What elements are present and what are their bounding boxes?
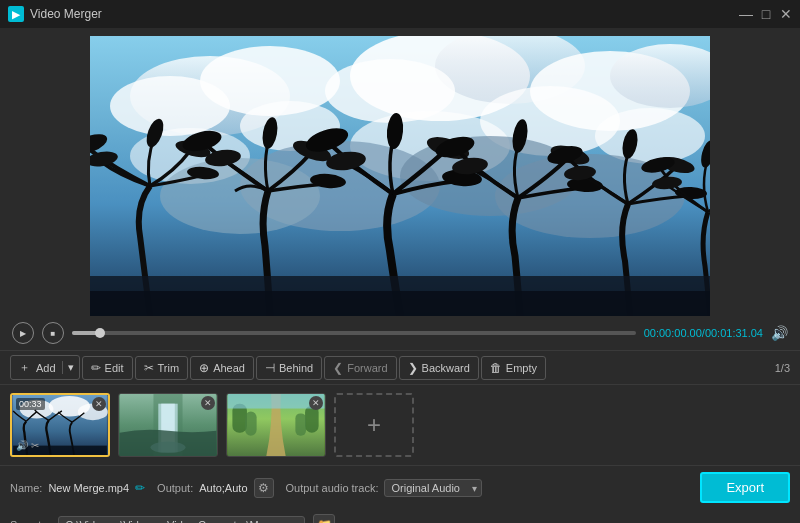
audio-section: Output audio track: Original Audio — [286, 479, 483, 497]
close-button[interactable]: ✕ — [780, 8, 792, 20]
video-frame — [90, 36, 710, 316]
progress-thumb[interactable] — [95, 328, 105, 338]
clip-audio-icon: 🔊 — [16, 440, 28, 451]
save-label: Save to: — [10, 519, 50, 523]
edit-label: Edit — [105, 362, 124, 374]
output-value: Auto;Auto — [199, 482, 247, 494]
stop-button[interactable]: ■ — [42, 322, 64, 344]
current-time: 00:00:00.00 — [644, 327, 702, 339]
clip-item-3[interactable]: ✕ — [226, 393, 326, 457]
svg-rect-62 — [295, 413, 306, 435]
playback-bar: ▶ ■ 00:00:00.00/00:01:31.04 🔊 — [0, 316, 800, 350]
audio-select[interactable]: Original Audio — [384, 479, 482, 497]
behind-button[interactable]: ⊣ Behind — [256, 356, 322, 380]
behind-label: Behind — [279, 362, 313, 374]
svg-point-3 — [110, 76, 230, 136]
save-path-select[interactable]: C:\Vidmore\Vidmore Video Converter\Merge… — [58, 516, 305, 523]
trash-icon: 🗑 — [490, 361, 502, 375]
edit-button[interactable]: ✏ Edit — [82, 356, 133, 380]
play-button[interactable]: ▶ — [12, 322, 34, 344]
page-indicator: 1/3 — [775, 362, 790, 374]
forward-label: Forward — [347, 362, 387, 374]
svg-rect-47 — [90, 291, 710, 316]
audio-select-wrapper: Original Audio — [384, 479, 482, 497]
backward-icon: ❯ — [408, 361, 418, 375]
add-clip-button[interactable]: + — [334, 393, 414, 457]
add-dropdown-arrow[interactable]: ▾ — [62, 361, 79, 374]
total-time: 00:01:31.04 — [705, 327, 763, 339]
trim-icon: ✂ — [144, 361, 154, 375]
add-button[interactable]: ＋ Add ▾ — [10, 355, 80, 380]
output-section: Output: Auto;Auto ⚙ — [157, 478, 273, 498]
add-button-label: Add — [32, 362, 60, 374]
empty-label: Empty — [506, 362, 537, 374]
add-icon: ＋ — [19, 360, 30, 375]
forward-button[interactable]: ❮ Forward — [324, 356, 396, 380]
empty-button[interactable]: 🗑 Empty — [481, 356, 546, 380]
clip-duration-1: 00:33 — [16, 398, 45, 410]
name-edit-button[interactable]: ✏ — [135, 481, 145, 495]
minimize-button[interactable]: — — [740, 8, 752, 20]
trim-button[interactable]: ✂ Trim — [135, 356, 189, 380]
app-title: Video Merger — [30, 7, 102, 21]
output-settings-button[interactable]: ⚙ — [254, 478, 274, 498]
toolbar: ＋ Add ▾ ✏ Edit ✂ Trim ⊕ Ahead ⊣ Behind ❮… — [0, 350, 800, 385]
page-total: 3 — [784, 362, 790, 374]
clip-close-3[interactable]: ✕ — [309, 396, 323, 410]
clip-close-2[interactable]: ✕ — [201, 396, 215, 410]
ahead-icon: ⊕ — [199, 361, 209, 375]
progress-bar[interactable] — [72, 331, 636, 335]
ahead-label: Ahead — [213, 362, 245, 374]
timeline: 00:33 ✕ 🔊 ✂ — [0, 385, 800, 465]
export-button[interactable]: Export — [700, 472, 790, 503]
browse-folder-button[interactable]: 📁 — [313, 514, 335, 523]
save-path-wrapper: C:\Vidmore\Vidmore Video Converter\Merge… — [58, 516, 305, 523]
video-preview — [90, 36, 710, 316]
clip-item-2[interactable]: ✕ — [118, 393, 218, 457]
clip-cut-icon: ✂ — [31, 440, 39, 451]
video-svg — [90, 36, 710, 316]
volume-button[interactable]: 🔊 — [771, 325, 788, 341]
forward-icon: ❮ — [333, 361, 343, 375]
time-display: 00:00:00.00/00:01:31.04 — [644, 327, 763, 339]
title-bar-controls[interactable]: — □ ✕ — [740, 8, 792, 20]
backward-label: Backward — [422, 362, 470, 374]
clip-icons-1: 🔊 ✂ — [16, 440, 39, 451]
name-section: Name: New Merge.mp4 ✏ — [10, 481, 145, 495]
clip-close-1[interactable]: ✕ — [92, 397, 106, 411]
trim-label: Trim — [158, 362, 180, 374]
edit-icon: ✏ — [91, 361, 101, 375]
clip-item-1[interactable]: 00:33 ✕ 🔊 ✂ — [10, 393, 110, 457]
backward-button[interactable]: ❯ Backward — [399, 356, 479, 380]
bottom-bar: Name: New Merge.mp4 ✏ Output: Auto;Auto … — [0, 465, 800, 509]
name-label: Name: — [10, 482, 42, 494]
output-label: Output: — [157, 482, 193, 494]
ahead-button[interactable]: ⊕ Ahead — [190, 356, 254, 380]
name-value: New Merge.mp4 — [48, 482, 129, 494]
title-bar-left: ▶ Video Merger — [8, 6, 102, 22]
audio-label: Output audio track: — [286, 482, 379, 494]
title-bar: ▶ Video Merger — □ ✕ — [0, 0, 800, 28]
svg-rect-61 — [245, 411, 257, 435]
save-section: Save to: C:\Vidmore\Vidmore Video Conver… — [0, 509, 800, 523]
behind-icon: ⊣ — [265, 361, 275, 375]
maximize-button[interactable]: □ — [760, 8, 772, 20]
app-icon: ▶ — [8, 6, 24, 22]
